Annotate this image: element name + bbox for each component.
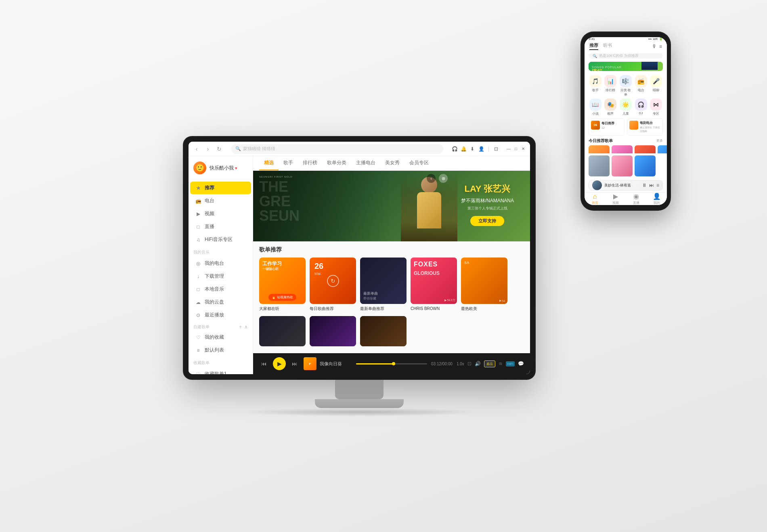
banner-close-icon[interactable]: ⊗ [439,174,448,183]
rec-cover-2 [629,121,638,130]
hifi-icon: ♫ [195,237,201,243]
today-cover-3 [635,145,656,153]
sidebar-item-hifi[interactable]: ♫ HiFi音乐专区 [190,233,251,246]
prev-button[interactable]: ⏮ [259,359,269,369]
phone-nav-live[interactable]: ◉ 直播 [626,193,646,205]
sidebar-item-live[interactable]: □ 直播 [190,220,251,233]
forward-button[interactable]: › [204,145,212,153]
tab-charts[interactable]: 排行榜 [298,156,322,170]
phone-sec-card-3[interactable] [635,155,656,176]
download-icon[interactable]: ⬇ [469,146,476,152]
phone-icon-kids[interactable]: 🌟 儿童 [619,98,633,116]
sidebar-item-local[interactable]: □ 本地音乐 [190,283,251,295]
phone-tab-audiobook[interactable]: 听书 [603,42,612,50]
tab-categories[interactable]: 歌单分类 [322,156,351,170]
back-button[interactable]: ‹ [193,145,201,153]
phone-icon-charts[interactable]: 📊 排行榜 [604,75,618,97]
sidebar-item-recent[interactable]: ⊙ 最近播放 [190,309,251,321]
user-icon[interactable]: 👤 [478,146,484,152]
speed-display[interactable]: 1.0x [457,362,464,366]
banner-prev-icon[interactable]: ‹ [427,174,436,183]
phone-rec-card-radio[interactable]: 每刻电台 橘云漫笑社·下班生活指南 [627,118,663,136]
lyrics-icon[interactable]: 💬 [518,361,524,367]
sidebar-item-favorites[interactable]: ♡ 我的收藏 [190,331,251,343]
phone-sec-card-1[interactable] [589,155,610,176]
phone-today-card-4[interactable]: 梦幻 [658,145,667,153]
sidebar-item-radio[interactable]: 📻 电台 [190,195,251,207]
phone-nav-profile[interactable]: 👤 我的 [646,193,667,205]
phone-icon-zone[interactable]: ⋈ 专区 [649,98,663,116]
screen-toggle-icon[interactable]: ⊡ [467,361,472,367]
phone-today-more[interactable]: 更多 [656,138,663,143]
sidebar-item-default-list[interactable]: ≡ 默认列表 [190,344,251,356]
mini-next-icon[interactable]: ⏭ [649,182,654,188]
phone-mini-player[interactable]: 美妙生活-林宥嘉 ⏸ ⏭ ≡ [589,180,663,191]
content-scroll[interactable]: SEUNGRI FIRST SOLO THE GRE SEUN [253,171,530,353]
phone-icon-novel[interactable]: 📖 小说 [589,98,602,116]
next-button[interactable]: ⏭ [290,359,300,369]
phone-icon-playlist[interactable]: 🎼 分类·歌单 [619,75,633,97]
sidebar-item-recommend[interactable]: ★ 推荐 [190,182,251,194]
phone-icon-comedy[interactable]: 🎭 相声 [604,98,618,116]
tab-vip[interactable]: 会员专区 [404,156,434,170]
add-playlist-icon[interactable]: + [239,324,242,330]
quality-badge[interactable]: 超品 [484,360,495,367]
sidebar-item-video[interactable]: ▶ 视频 [190,207,251,220]
maximize-button[interactable]: □ [513,146,519,152]
mini-pause-icon[interactable]: ⏸ [642,182,647,188]
tab-broadcast[interactable]: 主播电台 [351,156,380,170]
minimize-button[interactable]: — [506,146,511,152]
phone-icon-dj[interactable]: 🎧 DJ [634,98,648,116]
second-card-2[interactable] [310,316,356,346]
close-button[interactable]: ✕ [520,146,526,152]
banner-support-button[interactable]: 立即支持 [470,216,504,226]
phone-menu-icon[interactable]: ≡ [659,44,662,49]
phone-nav-home[interactable]: ⌂ 首页 [585,193,605,205]
volume-icon[interactable]: 🔊 [475,361,481,367]
sidebar-item-cloud[interactable]: ☁ 我的云盘 [190,296,251,308]
phone-today-card-2[interactable]: 最具潜力的华语新人流行歌曲 [612,145,633,153]
play-button[interactable]: ▶ [273,357,286,370]
content-tabs: 精选 歌手 排行榜 歌单分类 主播电台 美女秀 会员专区 [253,156,530,171]
playlist-card-4[interactable]: FOXES GLORIOUS ▶54.6万 CHRIS BROWN [411,258,457,311]
progress-area[interactable] [356,363,427,364]
song-info: P 我像向日葵 [304,357,352,370]
progress-bar[interactable] [356,363,427,364]
playlist-card-2[interactable]: 26 Mar. ↻ 每日歌曲推荐 [310,258,356,311]
tab-featured[interactable]: 精选 [259,156,279,170]
equalizer-icon[interactable]: ≋ [499,361,503,367]
second-card-1[interactable] [259,316,306,346]
tab-beauty[interactable]: 美女秀 [380,156,404,170]
playlist-card-5[interactable]: SA ▶54. 最热欧美 [461,258,507,311]
phone-tab-recommend[interactable]: 推荐 [589,42,598,50]
sidebar-item-myradio[interactable]: ◎ 我的电台 [190,257,251,270]
sidebar-item-collected1[interactable]: ♡ 收藏歌单1 [190,368,251,374]
section-title: 歌单推荐 [259,246,282,253]
phone-rec-card-daily[interactable]: 06 每日推荐 12 [589,118,624,136]
search-bar[interactable]: 🔍 蒙猫瞄猜 猜猜猜 [231,144,443,154]
song-title: 我像向日葵 [320,361,342,367]
mini-list-icon[interactable]: ≡ [656,182,659,188]
phone-mic-icon[interactable]: 🎙 [652,44,657,49]
phone-banner[interactable]: SONGS POPULAR 流行 好歌 爆款好歌带你一路狂飙 [589,62,663,71]
playlist-card-3[interactable]: 最新单曲 带你珍藏 最新单曲推荐 [360,258,407,311]
phone-icon-radio[interactable]: 📻 电台 [634,75,648,97]
sidebar-item-download[interactable]: ↓ 下载管理 [190,270,251,283]
phone-icon-singing[interactable]: 🎤 唱聊 [649,75,663,97]
collapse-icon[interactable]: ∧ [244,324,248,330]
tab-artists[interactable]: 歌手 [279,156,298,170]
phone-sec-card-2[interactable] [612,155,633,176]
second-card-3[interactable] [360,316,407,346]
headphones-icon[interactable]: 🎧 [451,146,458,152]
playlist-card-1[interactable]: 工作学习 一键随心听 🔥 短视频热歌 [259,258,306,311]
cover-month: Mar. [314,272,322,276]
phone-search[interactable]: 🔍 热是106℃的你 为你推荐 [589,53,663,59]
hifi-badge[interactable]: HiFi [506,361,515,367]
bell-icon[interactable]: 🔔 [460,146,467,152]
phone-icon-artists[interactable]: 🎵 歌手 [589,75,602,97]
phone-nav-video[interactable]: ▶ 视频 [605,193,626,205]
refresh-button[interactable]: ↻ [215,145,223,153]
phone-today-card-3[interactable]: 青春不打烊 带你重温过去的美好 [635,145,656,153]
screen-icon[interactable]: ⊡ [493,146,499,152]
phone-today-card-1[interactable]: 那些好听到爆的空气情歌 [589,145,610,153]
